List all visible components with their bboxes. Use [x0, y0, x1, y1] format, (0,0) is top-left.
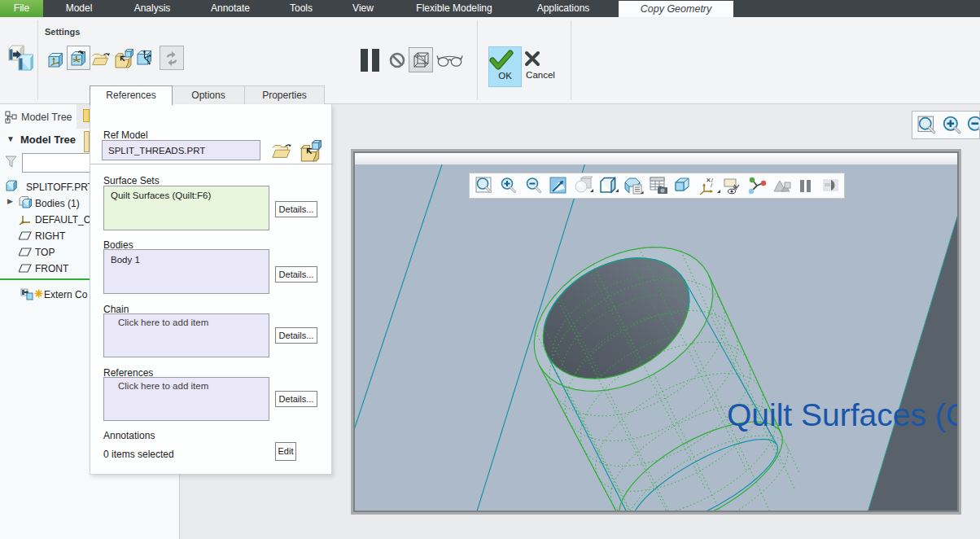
svg-text:✕/: ✕/: [706, 177, 714, 184]
